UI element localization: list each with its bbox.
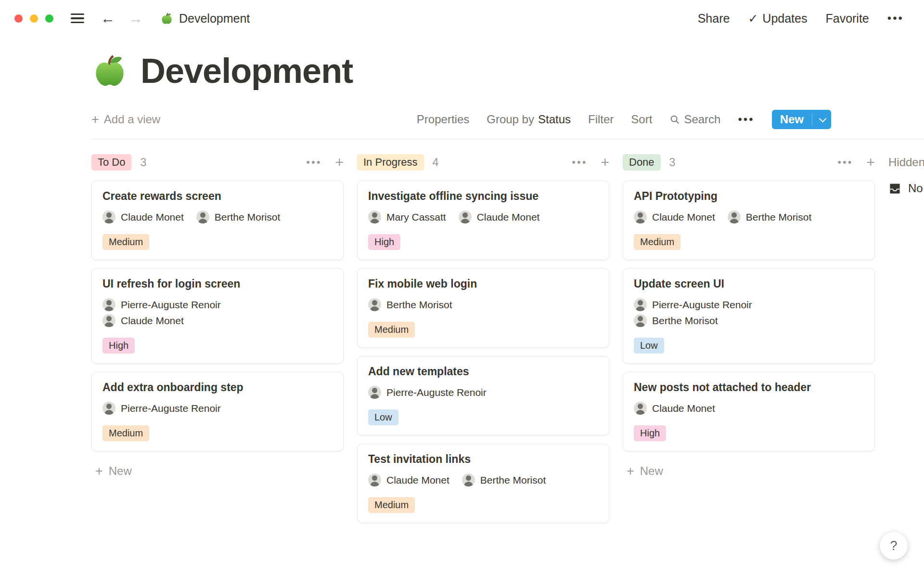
card[interactable]: Fix mobile web login Berthe Morisot Medi… (357, 268, 609, 348)
column-more-icon[interactable]: ••• (572, 156, 587, 169)
back-icon[interactable]: ← (101, 11, 115, 26)
sidebar-menu-icon[interactable] (71, 13, 84, 24)
avatar (462, 473, 475, 486)
avatar (368, 210, 381, 223)
assignee: Claude Monet (634, 402, 715, 415)
card-title: Create rewards screen (103, 190, 333, 203)
updates-button[interactable]: ✓ Updates (748, 12, 807, 26)
column-add-icon[interactable]: + (335, 155, 344, 170)
avatar (728, 210, 741, 223)
filter-button[interactable]: Filter (588, 113, 614, 126)
hidden-column-no-status[interactable]: No Status (888, 182, 924, 195)
add-card-button[interactable]: + New (623, 460, 875, 483)
priority-badge: High (103, 338, 135, 354)
hidden-columns-section: Hidden columns No Status (888, 152, 924, 195)
avatar (103, 402, 116, 415)
forward-icon[interactable]: → (128, 11, 143, 26)
assignee-name: Claude Monet (652, 211, 715, 223)
avatar (634, 402, 647, 415)
assignee: Claude Monet (634, 210, 715, 223)
assignee-name: Pierre-Auguste Renoir (121, 299, 221, 311)
column-status-badge[interactable]: To Do (91, 154, 131, 171)
assignee-name: Claude Monet (121, 211, 184, 223)
assignee: Berthe Morisot (634, 314, 718, 327)
card[interactable]: Update screen UI Pierre-Auguste Renoir B… (623, 268, 875, 364)
group-by-label: Group by (487, 113, 534, 126)
column-status-badge[interactable]: Done (623, 154, 661, 171)
close-window-button[interactable] (14, 14, 23, 23)
card-title: API Prototyping (634, 190, 864, 203)
card[interactable]: Investigate offline syncing issue Mary C… (357, 181, 609, 260)
assignee-name: Pierre-Auguste Renoir (652, 299, 752, 311)
page-emoji-icon (160, 12, 173, 25)
column-header: Done 3 ••• + (623, 152, 875, 173)
assignee: Pierre-Auguste Renoir (634, 298, 752, 311)
minimize-window-button[interactable] (30, 14, 38, 23)
card[interactable]: Test invitation links Claude Monet Berth… (357, 444, 609, 523)
group-by-button[interactable]: Group by Status (487, 113, 571, 126)
favorite-button[interactable]: Favorite (825, 12, 869, 26)
add-card-label: New (640, 464, 663, 478)
avatar (634, 314, 647, 327)
add-card-label: New (109, 464, 132, 478)
assignee-row: Claude Monet Berthe Morisot (368, 473, 598, 486)
new-button[interactable]: New (772, 110, 831, 129)
assignee: Berthe Morisot (728, 210, 812, 223)
assignee: Claude Monet (459, 210, 540, 223)
column-in-progress: In Progress 4 ••• + Investigate offline … (357, 152, 609, 531)
help-button[interactable]: ? (880, 532, 908, 560)
zoom-window-button[interactable] (45, 14, 53, 23)
share-button[interactable]: Share (698, 12, 730, 26)
column-done: Done 3 ••• + API Prototyping Claude Mone… (623, 152, 875, 483)
card[interactable]: New posts not attached to header Claude … (623, 372, 875, 451)
card-title: New posts not attached to header (634, 381, 864, 394)
more-icon[interactable]: ••• (887, 12, 904, 25)
column-more-icon[interactable]: ••• (306, 156, 321, 169)
assignee-name: Pierre-Auguste Renoir (386, 387, 487, 398)
priority-badge: Low (368, 409, 398, 425)
inbox-icon (888, 182, 901, 195)
card[interactable]: Add new templates Pierre-Auguste Renoir … (357, 356, 609, 435)
page-title[interactable]: Development (141, 51, 353, 91)
search-label: Search (684, 113, 720, 126)
assignee: Berthe Morisot (368, 298, 452, 311)
breadcrumb[interactable]: Development (160, 12, 250, 26)
properties-button[interactable]: Properties (417, 113, 469, 126)
priority-badge: High (368, 234, 400, 250)
assignee: Claude Monet (103, 314, 184, 327)
assignee-name: Berthe Morisot (386, 299, 452, 311)
add-card-button[interactable]: + New (91, 460, 344, 483)
avatar (459, 210, 472, 223)
column-count: 3 (669, 156, 676, 169)
assignee: Pierre-Auguste Renoir (103, 402, 221, 415)
avatar (103, 298, 116, 311)
assignee-name: Mary Cassatt (386, 211, 446, 223)
chevron-down-icon[interactable] (812, 110, 831, 129)
page-icon[interactable] (91, 53, 128, 89)
card[interactable]: UI refresh for login screen Pierre-Augus… (91, 268, 344, 364)
card[interactable]: Create rewards screen Claude Monet Berth… (91, 181, 344, 260)
assignee-row: Claude Monet Berthe Morisot (103, 210, 333, 223)
toolbar-more-icon[interactable]: ••• (738, 113, 754, 126)
column-status-badge[interactable]: In Progress (357, 154, 424, 171)
updates-label: Updates (762, 12, 807, 26)
column-more-icon[interactable]: ••• (837, 156, 853, 169)
assignee-row: Mary Cassatt Claude Monet (368, 210, 598, 223)
hidden-columns-label[interactable]: Hidden columns (888, 152, 924, 173)
column-add-icon[interactable]: + (601, 155, 609, 170)
search-button[interactable]: Search (669, 113, 720, 126)
assignee-row: Pierre-Auguste Renoir (634, 298, 864, 311)
column-header: To Do 3 ••• + (91, 152, 344, 173)
sort-button[interactable]: Sort (631, 113, 652, 126)
avatar (196, 210, 209, 223)
card[interactable]: Add extra onboarding step Pierre-Auguste… (91, 372, 344, 451)
column-count: 3 (140, 156, 146, 169)
add-view-button[interactable]: + Add a view (91, 112, 160, 127)
window-controls (14, 14, 53, 23)
card[interactable]: API Prototyping Claude Monet Berthe Mori… (623, 181, 875, 260)
assignee-row: Pierre-Auguste Renoir (103, 298, 333, 311)
assignee-name: Pierre-Auguste Renoir (121, 403, 221, 414)
priority-badge: Medium (368, 497, 415, 513)
avatar (634, 210, 647, 223)
column-add-icon[interactable]: + (866, 155, 875, 170)
